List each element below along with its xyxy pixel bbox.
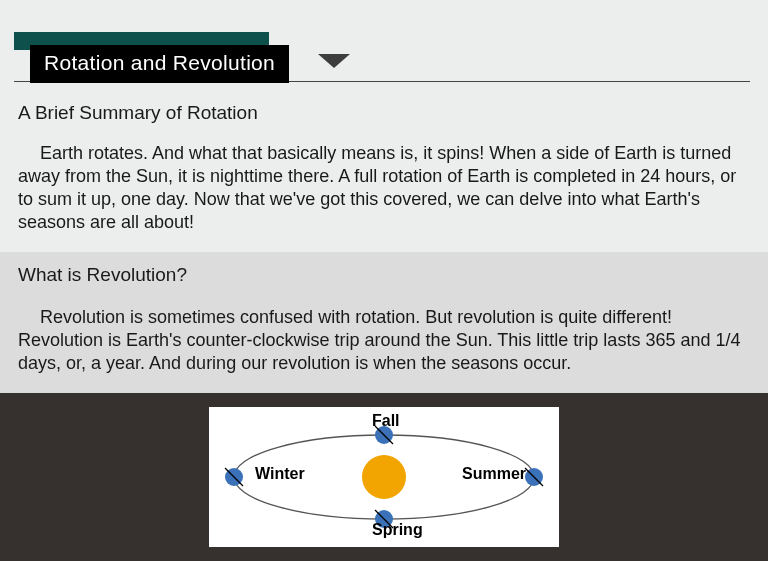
earth-winter: [225, 468, 243, 486]
diagram-area: Fall Winter Summer Spring: [0, 393, 768, 561]
label-fall: Fall: [372, 412, 400, 430]
header: Rotation and Revolution: [14, 32, 750, 82]
rotation-body: Earth rotates. And what that basically m…: [18, 142, 746, 234]
seasons-diagram: Fall Winter Summer Spring: [209, 407, 559, 547]
label-summer: Summer: [462, 465, 526, 483]
revolution-heading: What is Revolution?: [18, 264, 746, 286]
sun-icon: [362, 455, 406, 499]
label-spring: Spring: [372, 521, 423, 539]
earth-summer: [525, 468, 543, 486]
rotation-section: A Brief Summary of Rotation Earth rotate…: [0, 82, 768, 252]
revolution-body: Revolution is sometimes confused with ro…: [18, 306, 746, 375]
chevron-down-icon[interactable]: [318, 54, 350, 68]
label-winter: Winter: [255, 465, 305, 483]
rotation-heading: A Brief Summary of Rotation: [18, 102, 746, 124]
revolution-section: What is Revolution? Revolution is someti…: [0, 252, 768, 393]
page-title: Rotation and Revolution: [30, 45, 289, 83]
